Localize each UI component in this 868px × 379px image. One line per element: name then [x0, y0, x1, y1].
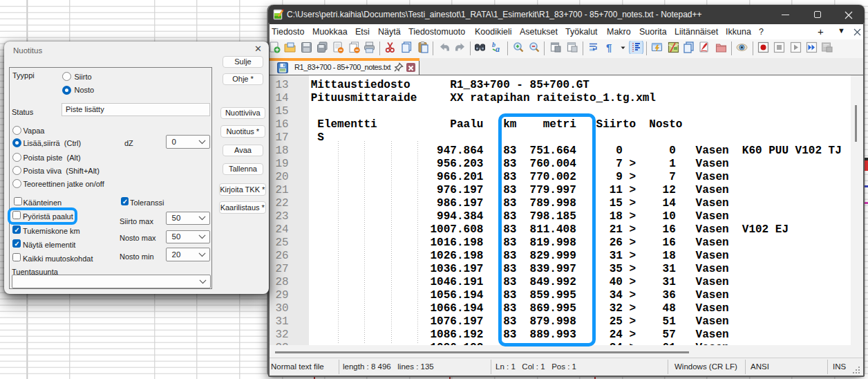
svg-text:a: a	[496, 44, 500, 54]
svg-text:¶: ¶	[606, 41, 612, 53]
